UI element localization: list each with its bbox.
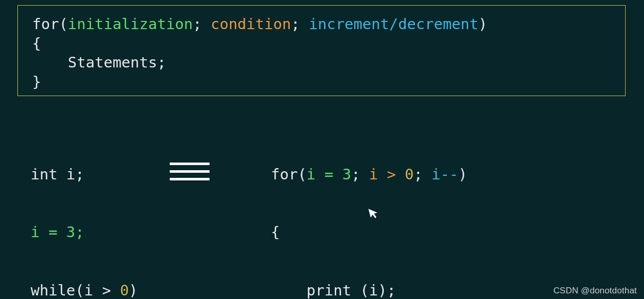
- condition-token: condition: [211, 15, 291, 33]
- watermark-text: CSDN @donotdothat: [554, 286, 637, 296]
- for-loop-example: for(i = 3; i > 0; i--) { print (i); }: [271, 127, 467, 299]
- for-syntax-close-brace: }: [32, 73, 611, 92]
- for-syntax-body: Statements;: [32, 53, 611, 73]
- open-paren: (: [59, 15, 67, 33]
- equiv-bar: [170, 170, 210, 173]
- for-syntax-open-brace: {: [32, 34, 611, 54]
- close-paren: ): [478, 15, 487, 33]
- code-line: for(i = 3; i > 0; i--): [271, 165, 467, 185]
- code-line: i = 3;: [31, 223, 155, 242]
- code-line: {: [271, 223, 467, 242]
- sep: ;: [291, 15, 309, 33]
- initialization-token: initialization: [68, 15, 193, 33]
- for-keyword: for: [32, 15, 59, 33]
- sep: ;: [193, 15, 211, 33]
- for-syntax-line1: for(initialization; condition; increment…: [32, 15, 611, 34]
- equivalent-icon: [170, 163, 210, 186]
- equiv-bar: [170, 178, 210, 180]
- increment-decrement-token: increment/decrement: [309, 15, 478, 33]
- for-syntax-box: for(initialization; condition; increment…: [17, 5, 626, 96]
- equiv-bar: [170, 163, 210, 165]
- code-line: while(i > 0): [31, 281, 155, 300]
- code-line: int i;: [31, 165, 155, 185]
- while-loop-example: int i; i = 3; while(i > 0) { print (i); …: [31, 127, 155, 299]
- code-line: print (i);: [271, 281, 467, 300]
